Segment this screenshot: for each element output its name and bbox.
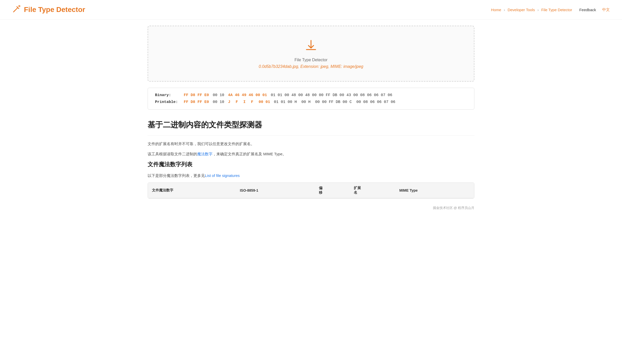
info-section: 基于二进制内容的文件类型探测器 文件的扩展名有时并不可靠，我们可以任意更改文件的… xyxy=(148,116,474,203)
hex-ff-d8-ff-e0: FF D8 FF E0 xyxy=(184,93,209,97)
binary-row: Binary: FF D8 FF E0 00 10 4A 46 49 46 00… xyxy=(155,93,467,97)
table-intro: 以下是部分魔法数字列表，更多见List of file signatures xyxy=(148,172,474,179)
th-iso: ISO-8859-1 xyxy=(236,183,315,198)
th-offset: 偏移 xyxy=(315,183,350,198)
th-magic-number: 文件魔法数字 xyxy=(148,183,236,198)
file-signatures-link[interactable]: List of file signatures xyxy=(205,173,240,178)
print-F2: F xyxy=(251,100,253,104)
print-F1: F xyxy=(236,100,238,104)
table-intro-prefix: 以下是部分魔法数字列表，更多见 xyxy=(148,173,205,178)
nav-home[interactable]: Home xyxy=(491,8,501,12)
info-title: 基于二进制内容的文件类型探测器 xyxy=(148,120,474,130)
svg-point-0 xyxy=(18,5,20,7)
footer-note: 掘金技术社区 @ 程序员山月 xyxy=(148,203,474,210)
para2-suffix: ，来确定文件真正的扩展名及 MIME Type。 xyxy=(213,152,286,156)
divider1 xyxy=(148,135,474,135)
print-00-01: 00 01 xyxy=(259,100,270,104)
binary-label: Binary: xyxy=(155,93,183,97)
main-nav: Home › Developer Tools › File Type Detec… xyxy=(491,7,610,12)
logo: File Type Detector xyxy=(12,4,85,15)
upload-zone[interactable]: File Type Detector 0.0d5b7b3234dab.jpg, … xyxy=(148,26,474,82)
hex-jfif-magic: 4A 46 49 46 00 01 xyxy=(228,93,267,97)
binary-display: Binary: FF D8 FF E0 00 10 4A 46 49 46 00… xyxy=(148,88,474,110)
print-ff-d8-ff-e0: FF D8 FF E0 xyxy=(184,100,209,104)
print-I: I xyxy=(243,100,246,104)
site-header: File Type Detector Home › Developer Tool… xyxy=(0,0,622,20)
upload-label: File Type Detector xyxy=(154,58,468,62)
nav-lang[interactable]: 中文 xyxy=(602,7,610,12)
table-title: 文件魔法数字列表 xyxy=(148,161,474,168)
upload-result: 0.0d5b7b3234dab.jpg, Extension: jpeg, MI… xyxy=(154,64,468,69)
logo-text: File Type Detector xyxy=(24,6,85,14)
nav-developer-tools[interactable]: Developer Tools xyxy=(507,8,535,12)
nav-sep2: › xyxy=(538,8,539,12)
nav-current[interactable]: File Type Detector xyxy=(541,8,572,12)
info-para1: 文件的扩展名有时并不可靠，我们可以任意更改文件的扩展名。 xyxy=(148,141,474,147)
logo-icon xyxy=(12,4,21,15)
th-extension: 扩展名 xyxy=(350,183,395,198)
print-J: J xyxy=(228,100,230,104)
para2-prefix: 该工具根据读取文件二进制的 xyxy=(148,152,197,156)
main-content: File Type Detector 0.0d5b7b3234dab.jpg, … xyxy=(135,20,487,216)
th-mime: MIME Type xyxy=(395,183,474,198)
nav-sep1: › xyxy=(504,8,505,12)
printable-label: Printable: xyxy=(155,100,183,104)
info-para2: 该工具根据读取文件二进制的魔法数字，来确定文件真正的扩展名及 MIME Type… xyxy=(148,151,474,157)
table-header-row: 文件魔法数字 ISO-8859-1 偏移 扩展名 MIME Type xyxy=(148,183,474,198)
magic-number-table: 文件魔法数字 ISO-8859-1 偏移 扩展名 MIME Type xyxy=(148,183,474,199)
upload-icon xyxy=(154,38,468,55)
printable-row: Printable: FF D8 FF E0 00 10 J F I F 00 … xyxy=(155,100,467,104)
nav-feedback[interactable]: Feedback xyxy=(579,8,596,12)
magic-number-link[interactable]: 魔法数字 xyxy=(197,152,213,156)
